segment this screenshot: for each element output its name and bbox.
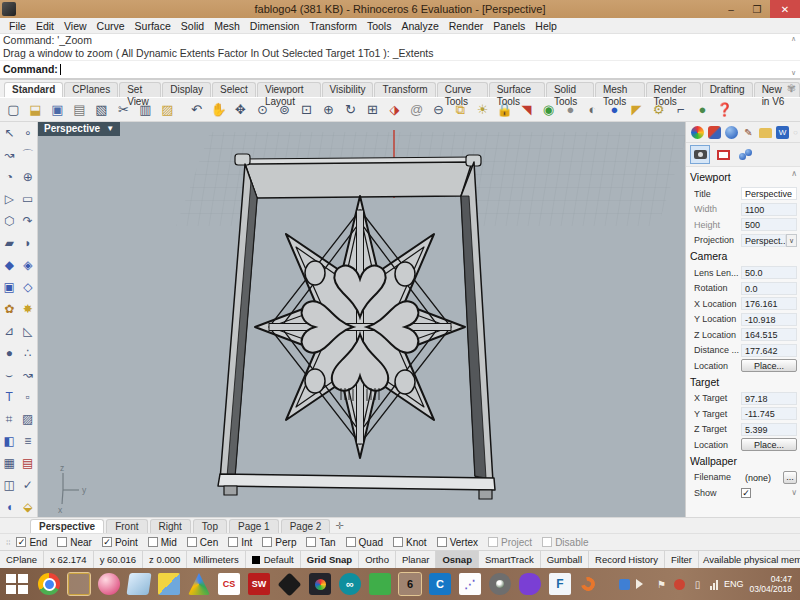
menu-render[interactable]: Render — [444, 20, 488, 32]
arc-tool-icon[interactable]: ▷ — [0, 188, 19, 210]
osnap-end-checkbox[interactable] — [16, 537, 26, 547]
menu-edit[interactable]: Edit — [31, 20, 59, 32]
rendered-sphere-icon[interactable]: ◐ — [583, 100, 602, 119]
menu-tools[interactable]: Tools — [362, 20, 397, 32]
z-location-value[interactable]: 164.515 — [741, 328, 797, 341]
osnap-disable[interactable]: Disable — [542, 537, 588, 548]
osnap-drag-handle[interactable]: ⁞⁞ — [6, 538, 10, 547]
helix-tool-icon[interactable]: ↷ — [19, 210, 38, 232]
solidworks-taskbar-icon[interactable] — [248, 573, 270, 595]
osnap-knot-checkbox[interactable] — [393, 537, 403, 547]
command-input-caret[interactable] — [60, 64, 61, 75]
layers-sphere-icon[interactable] — [725, 126, 738, 139]
osnap-quad-checkbox[interactable] — [346, 537, 356, 547]
chrome-taskbar-icon[interactable] — [38, 573, 60, 595]
properties-wheel-icon[interactable] — [691, 126, 704, 139]
toolbar-tab-viewport-layout[interactable]: Viewport Layout — [257, 82, 321, 97]
print-icon[interactable]: ▤ — [70, 100, 89, 119]
detail-mode-button[interactable] — [736, 145, 756, 164]
explode-tool-icon[interactable]: ✸ — [19, 298, 38, 320]
rotation-value[interactable]: 0.0 — [741, 282, 797, 295]
menu-help[interactable]: Help — [530, 20, 562, 32]
osnap-tan-checkbox[interactable] — [306, 537, 316, 547]
purple-app-taskbar-icon[interactable] — [519, 573, 541, 595]
osnap-mid[interactable]: Mid — [148, 537, 177, 548]
cplane-pane[interactable]: CPlane — [0, 551, 44, 568]
network-signal-icon[interactable] — [710, 579, 718, 590]
toolbar-tab-surface-tools[interactable]: Surface Tools — [489, 82, 545, 97]
planar-toggle[interactable]: Planar — [396, 551, 436, 568]
osnap-tan[interactable]: Tan — [306, 537, 335, 548]
osnap-end[interactable]: End — [16, 537, 47, 548]
rhino-logo-icon[interactable] — [708, 126, 721, 139]
drop-tool-icon[interactable]: ● — [0, 342, 19, 364]
file-explorer-taskbar-icon[interactable] — [68, 573, 90, 595]
lens-length-value[interactable]: 50.0 — [741, 266, 797, 279]
menu-file[interactable]: File — [4, 20, 31, 32]
y-target-value[interactable]: -11.745 — [741, 407, 797, 420]
green-app-taskbar-icon[interactable] — [369, 573, 391, 595]
wallpaper-show-checkbox[interactable] — [741, 488, 751, 498]
viewport-canvas[interactable]: z y x — [38, 122, 685, 517]
display-mode-button[interactable] — [713, 145, 733, 164]
menu-mesh[interactable]: Mesh — [209, 20, 245, 32]
toolbar-tab-drafting[interactable]: Drafting — [702, 82, 753, 97]
osnap-near[interactable]: Near — [57, 537, 92, 548]
surface-tool-icon[interactable]: ◗ — [19, 232, 38, 254]
menu-dimension[interactable]: Dimension — [245, 20, 305, 32]
menu-solid[interactable]: Solid — [176, 20, 209, 32]
help-icon[interactable]: ❓ — [715, 100, 734, 119]
viewport-tab-front[interactable]: Front — [106, 519, 147, 533]
boolean-union-tool-icon[interactable]: ✿ — [0, 298, 19, 320]
libraries-folder-icon[interactable] — [759, 128, 772, 138]
menu-curve[interactable]: Curve — [92, 20, 130, 32]
polygon-tool-icon[interactable]: ⬡ — [0, 210, 19, 232]
cylinder-tool-icon[interactable]: ▣ — [0, 276, 19, 298]
language-indicator[interactable]: ENG — [724, 579, 744, 589]
add-viewport-tab-icon[interactable]: ✛ — [332, 519, 346, 533]
move-object-icon[interactable]: ⬗ — [385, 100, 404, 119]
record-history-toggle[interactable]: Record History — [589, 551, 665, 568]
taskbar-clock[interactable]: 04:47 03/04/2018 — [749, 574, 796, 594]
panel-scroll-down-icon[interactable]: ∨ — [791, 488, 797, 497]
gumball-tool-icon[interactable]: ◧ — [0, 430, 19, 452]
select-tool-icon[interactable]: ↖ — [0, 122, 19, 144]
point-tool-icon[interactable]: ∘ — [19, 122, 38, 144]
new-file-icon[interactable]: ▢ — [4, 100, 23, 119]
arduino-taskbar-icon[interactable] — [339, 573, 361, 595]
scroll-down-icon[interactable]: ∨ — [791, 69, 796, 77]
paste-icon[interactable]: ▨ — [158, 100, 177, 119]
eagle-cad-taskbar-icon[interactable] — [218, 573, 240, 595]
notes-pencil-icon[interactable]: ✎ — [742, 126, 755, 139]
toolbar-tab-render-tools[interactable]: Render Tools — [646, 82, 701, 97]
lightbulb-icon[interactable]: ☀ — [473, 100, 492, 119]
move-icon[interactable]: ✥ — [231, 100, 250, 119]
osnap-point[interactable]: Point — [102, 537, 138, 548]
curve-tool-icon[interactable]: ⌒ — [19, 144, 38, 166]
z-target-value[interactable]: 5.399 — [741, 423, 797, 436]
pan-icon[interactable]: ✋ — [209, 100, 228, 119]
phone-tray-icon[interactable]: ▯ — [691, 578, 704, 591]
freecad-taskbar-icon[interactable] — [549, 573, 571, 595]
osnap-perp-checkbox[interactable] — [262, 537, 272, 547]
save-icon[interactable]: ▣ — [48, 100, 67, 119]
gimp-taskbar-icon[interactable] — [489, 573, 511, 595]
viewport-title-value[interactable]: Perspective — [741, 187, 797, 200]
sphere-tool-icon[interactable]: ◈ — [19, 254, 38, 276]
plotter-app-taskbar-icon[interactable] — [459, 573, 481, 595]
fusion-app-taskbar-icon[interactable] — [578, 574, 597, 593]
panel-scroll-up-icon[interactable]: ∧ — [791, 169, 797, 178]
x-target-value[interactable]: 97.18 — [741, 392, 797, 405]
teamviewer-tray-icon[interactable] — [674, 579, 685, 590]
grid-snap-toggle[interactable]: Grid Snap — [301, 551, 359, 568]
osnap-mid-checkbox[interactable] — [148, 537, 158, 547]
menu-view[interactable]: View — [59, 20, 92, 32]
units-pane[interactable]: Millimeters — [187, 551, 245, 568]
perspective-viewport[interactable]: Perspective ▼ — [38, 122, 685, 517]
projection-dropdown-icon[interactable]: ∨ — [786, 234, 797, 247]
rebuild-tool-icon[interactable]: ↝ — [19, 364, 38, 386]
hatch-tool-icon[interactable]: ⌗ — [0, 408, 19, 430]
cura-taskbar-icon[interactable] — [429, 573, 451, 595]
toolbar-tab-transform[interactable]: Transform — [374, 82, 435, 97]
zoom-window-icon[interactable]: ⊡ — [297, 100, 316, 119]
